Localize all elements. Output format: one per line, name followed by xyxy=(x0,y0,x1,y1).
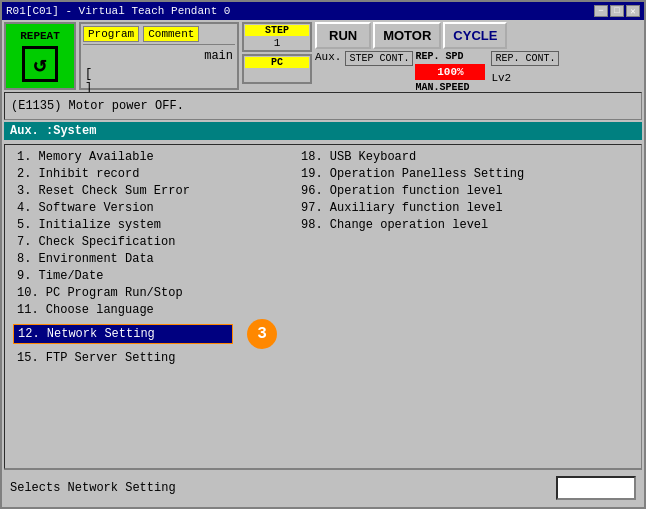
step-box: STEP 1 xyxy=(242,22,312,52)
repeat-button[interactable]: REPEAT ↺ xyxy=(4,22,76,90)
menu-item-left[interactable]: 5. Initialize system xyxy=(13,217,277,233)
step-cont-button[interactable]: STEP CONT. xyxy=(345,51,413,66)
speed-value: 100% xyxy=(437,66,463,78)
rep-spd-label: REP. SPD xyxy=(415,51,485,62)
bottom-input[interactable] xyxy=(556,476,636,500)
menu-right-column: 18. USB Keyboard19. Operation Panelless … xyxy=(297,149,528,464)
repeat-icon: ↺ xyxy=(22,46,58,82)
menu-item-left[interactable]: 15. FTP Server Setting xyxy=(13,350,277,366)
program-value: main xyxy=(83,47,235,65)
step-value: 1 xyxy=(245,37,309,49)
pc-box: PC xyxy=(242,54,312,84)
maximize-button[interactable]: □ xyxy=(610,5,624,17)
menu-item-left[interactable]: 8. Environment Data xyxy=(13,251,277,267)
pc-header: PC xyxy=(245,57,309,68)
menu-item-left[interactable]: 9. Time/Date xyxy=(13,268,277,284)
menu-item-right[interactable]: 96. Operation function level xyxy=(297,183,528,199)
right-panel: RUN MOTOR CYCLE Aux. STEP CONT. REP. SPD… xyxy=(315,22,559,90)
prog-header: Program Comment xyxy=(83,26,235,45)
lv2-label: Lv2 xyxy=(491,72,559,84)
menu-item-left[interactable]: 4. Software Version xyxy=(13,200,277,216)
menu-left-column: 1. Memory Available2. Inhibit record3. R… xyxy=(13,149,277,464)
network-setting-item[interactable]: 12. Network Setting xyxy=(13,324,233,344)
menu-area: 1. Memory Available2. Inhibit record3. R… xyxy=(4,144,642,469)
main-content: REPEAT ↺ Program Comment main [ ] xyxy=(2,20,644,507)
title-bar: R01[C01] - Virtual Teach Pendant 0 − □ ✕ xyxy=(2,2,644,20)
program-label: Program xyxy=(83,26,139,42)
run-motor-cycle-row: RUN MOTOR CYCLE xyxy=(315,22,559,49)
menu-item-left[interactable]: 10. PC Program Run/Stop xyxy=(13,285,277,301)
menu-item-left[interactable]: 7. Check Specification xyxy=(13,234,277,250)
step-badge: 3 xyxy=(247,319,277,349)
step-header: STEP xyxy=(245,25,309,36)
menu-columns: 1. Memory Available2. Inhibit record3. R… xyxy=(13,149,633,464)
motor-button[interactable]: MOTOR xyxy=(373,22,441,49)
main-window: R01[C01] - Virtual Teach Pendant 0 − □ ✕… xyxy=(0,0,646,509)
close-button[interactable]: ✕ xyxy=(626,5,640,17)
aux-section: Aux. xyxy=(315,51,341,63)
lv2-rep-cont: REP. CONT. Lv2 xyxy=(491,51,559,84)
menu-item-right[interactable]: 97. Auxiliary function level xyxy=(297,200,528,216)
window-title: R01[C01] - Virtual Teach Pendant 0 xyxy=(6,5,230,17)
speed-bar: 100% xyxy=(415,64,485,80)
minimize-button[interactable]: − xyxy=(594,5,608,17)
rep-cont-button[interactable]: REP. CONT. xyxy=(491,51,559,66)
menu-item-right[interactable]: 19. Operation Panelless Setting xyxy=(297,166,528,182)
menu-item-left[interactable]: 2. Inhibit record xyxy=(13,166,277,182)
bottom-bar: Selects Network Setting xyxy=(4,469,642,505)
selected-menu-row: 12. Network Setting3 xyxy=(13,319,277,349)
repeat-label: REPEAT xyxy=(20,30,60,42)
program-comment-box: Program Comment main [ ] xyxy=(79,22,239,90)
section-header: Aux. :System xyxy=(4,122,642,140)
comment-label: Comment xyxy=(143,26,199,42)
menu-item-left[interactable]: 3. Reset Check Sum Error xyxy=(13,183,277,199)
menu-item-right[interactable]: 98. Change operation level xyxy=(297,217,528,233)
run-button[interactable]: RUN xyxy=(315,22,371,49)
bottom-status-text: Selects Network Setting xyxy=(10,481,176,495)
aux-label: Aux. xyxy=(315,51,341,63)
menu-item-left[interactable]: 11. Choose language xyxy=(13,302,277,318)
menu-item-right[interactable]: 18. USB Keyboard xyxy=(297,149,528,165)
cycle-button[interactable]: CYCLE xyxy=(443,22,507,49)
menu-item-left[interactable]: 1. Memory Available xyxy=(13,149,277,165)
step-pc-group: STEP 1 PC xyxy=(242,22,312,90)
status-message: (E1135) Motor power OFF. xyxy=(4,92,642,120)
window-controls: − □ ✕ xyxy=(594,5,640,17)
toolbar-row: REPEAT ↺ Program Comment main [ ] xyxy=(4,22,642,90)
status-text: (E1135) Motor power OFF. xyxy=(11,99,184,113)
